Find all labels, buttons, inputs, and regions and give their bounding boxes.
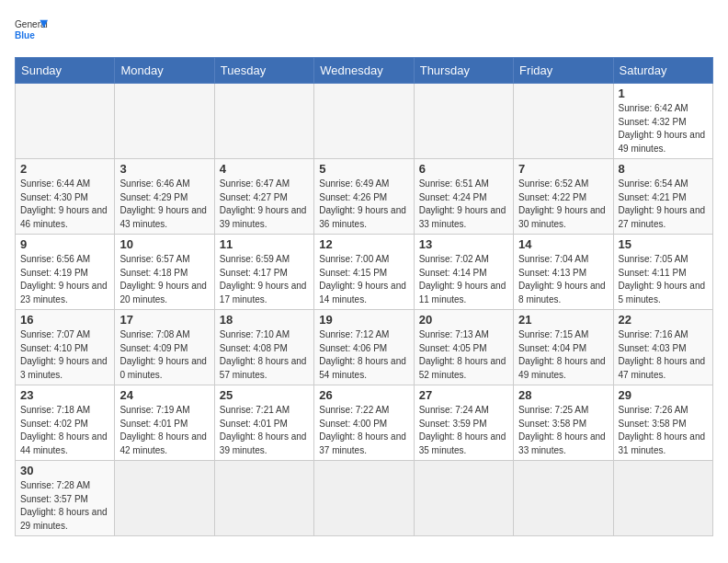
weekday-header-monday: Monday: [115, 58, 214, 84]
logo: General Blue: [15, 15, 48, 48]
calendar-cell: 4Sunrise: 6:47 AM Sunset: 4:27 PM Daylig…: [214, 159, 313, 235]
calendar-cell: [115, 84, 214, 159]
weekday-header-row: SundayMondayTuesdayWednesdayThursdayFrid…: [16, 58, 713, 84]
day-number: 12: [319, 237, 408, 251]
calendar-cell: 14Sunrise: 7:04 AM Sunset: 4:13 PM Dayli…: [514, 235, 613, 310]
week-row-5: 23Sunrise: 7:18 AM Sunset: 4:02 PM Dayli…: [16, 385, 713, 461]
day-number: 27: [419, 388, 508, 402]
calendar-cell: 19Sunrise: 7:12 AM Sunset: 4:06 PM Dayli…: [314, 310, 414, 385]
day-number: 6: [419, 162, 508, 176]
day-info: Sunrise: 7:12 AM Sunset: 4:06 PM Dayligh…: [319, 328, 408, 382]
day-info: Sunrise: 7:08 AM Sunset: 4:09 PM Dayligh…: [119, 328, 209, 382]
calendar-cell: [214, 84, 313, 159]
svg-text:Blue: Blue: [15, 30, 35, 40]
week-row-1: 1Sunrise: 6:42 AM Sunset: 4:32 PM Daylig…: [16, 84, 713, 159]
day-number: 5: [319, 162, 408, 176]
calendar-cell: 27Sunrise: 7:24 AM Sunset: 3:59 PM Dayli…: [414, 385, 513, 461]
logo-icon: General Blue: [15, 15, 48, 48]
calendar-cell: [514, 84, 613, 159]
day-info: Sunrise: 6:54 AM Sunset: 4:21 PM Dayligh…: [619, 178, 708, 231]
calendar-cell: [613, 461, 712, 536]
calendar-cell: 23Sunrise: 7:18 AM Sunset: 4:02 PM Dayli…: [16, 385, 115, 461]
weekday-header-saturday: Saturday: [613, 58, 712, 84]
calendar-cell: 12Sunrise: 7:00 AM Sunset: 4:15 PM Dayli…: [314, 235, 414, 310]
day-info: Sunrise: 6:42 AM Sunset: 4:32 PM Dayligh…: [619, 102, 708, 155]
day-info: Sunrise: 7:13 AM Sunset: 4:05 PM Dayligh…: [419, 328, 508, 382]
calendar-cell: 8Sunrise: 6:54 AM Sunset: 4:21 PM Daylig…: [613, 159, 712, 235]
calendar-cell: [314, 461, 414, 536]
weekday-header-wednesday: Wednesday: [314, 58, 414, 84]
week-row-2: 2Sunrise: 6:44 AM Sunset: 4:30 PM Daylig…: [16, 159, 713, 235]
day-number: 3: [119, 162, 209, 176]
day-info: Sunrise: 7:18 AM Sunset: 4:02 PM Dayligh…: [20, 404, 109, 457]
day-number: 7: [518, 162, 608, 176]
day-info: Sunrise: 6:51 AM Sunset: 4:24 PM Dayligh…: [419, 178, 508, 231]
calendar-cell: [214, 461, 313, 536]
calendar-cell: 1Sunrise: 6:42 AM Sunset: 4:32 PM Daylig…: [613, 84, 712, 159]
calendar-cell: 24Sunrise: 7:19 AM Sunset: 4:01 PM Dayli…: [115, 385, 214, 461]
day-number: 22: [619, 313, 708, 327]
day-number: 13: [419, 237, 508, 251]
day-info: Sunrise: 7:02 AM Sunset: 4:14 PM Dayligh…: [419, 253, 508, 306]
calendar: SundayMondayTuesdayWednesdayThursdayFrid…: [15, 57, 713, 536]
calendar-cell: 22Sunrise: 7:16 AM Sunset: 4:03 PM Dayli…: [613, 310, 712, 385]
day-number: 1: [619, 86, 708, 100]
calendar-cell: [115, 461, 214, 536]
week-row-4: 16Sunrise: 7:07 AM Sunset: 4:10 PM Dayli…: [16, 310, 713, 385]
day-number: 26: [319, 388, 408, 402]
calendar-cell: 3Sunrise: 6:46 AM Sunset: 4:29 PM Daylig…: [115, 159, 214, 235]
day-number: 15: [619, 237, 708, 251]
day-info: Sunrise: 6:57 AM Sunset: 4:18 PM Dayligh…: [119, 253, 209, 306]
day-number: 9: [20, 237, 109, 251]
calendar-cell: 26Sunrise: 7:22 AM Sunset: 4:00 PM Dayli…: [314, 385, 414, 461]
day-number: 28: [518, 388, 608, 402]
day-number: 25: [220, 388, 309, 402]
week-row-6: 30Sunrise: 7:28 AM Sunset: 3:57 PM Dayli…: [16, 461, 713, 536]
calendar-cell: 28Sunrise: 7:25 AM Sunset: 3:58 PM Dayli…: [514, 385, 613, 461]
day-number: 14: [518, 237, 608, 251]
day-info: Sunrise: 6:52 AM Sunset: 4:22 PM Dayligh…: [518, 178, 608, 231]
day-info: Sunrise: 7:19 AM Sunset: 4:01 PM Dayligh…: [119, 404, 209, 457]
day-number: 19: [319, 313, 408, 327]
day-info: Sunrise: 7:24 AM Sunset: 3:59 PM Dayligh…: [419, 404, 508, 457]
calendar-cell: 16Sunrise: 7:07 AM Sunset: 4:10 PM Dayli…: [16, 310, 115, 385]
day-number: 24: [119, 388, 209, 402]
weekday-header-friday: Friday: [514, 58, 613, 84]
calendar-cell: [514, 461, 613, 536]
day-number: 21: [518, 313, 608, 327]
day-info: Sunrise: 7:26 AM Sunset: 3:58 PM Dayligh…: [619, 404, 708, 457]
calendar-cell: 25Sunrise: 7:21 AM Sunset: 4:01 PM Dayli…: [214, 385, 313, 461]
calendar-cell: [414, 84, 513, 159]
day-info: Sunrise: 7:22 AM Sunset: 4:00 PM Dayligh…: [319, 404, 408, 457]
calendar-cell: 30Sunrise: 7:28 AM Sunset: 3:57 PM Dayli…: [16, 461, 115, 536]
day-info: Sunrise: 7:21 AM Sunset: 4:01 PM Dayligh…: [220, 404, 309, 457]
calendar-cell: 7Sunrise: 6:52 AM Sunset: 4:22 PM Daylig…: [514, 159, 613, 235]
calendar-cell: 6Sunrise: 6:51 AM Sunset: 4:24 PM Daylig…: [414, 159, 513, 235]
calendar-cell: [314, 84, 414, 159]
day-info: Sunrise: 7:15 AM Sunset: 4:04 PM Dayligh…: [518, 328, 608, 382]
day-info: Sunrise: 7:00 AM Sunset: 4:15 PM Dayligh…: [319, 253, 408, 306]
calendar-cell: 13Sunrise: 7:02 AM Sunset: 4:14 PM Dayli…: [414, 235, 513, 310]
day-info: Sunrise: 6:49 AM Sunset: 4:26 PM Dayligh…: [319, 178, 408, 231]
calendar-cell: [16, 84, 115, 159]
day-number: 10: [119, 237, 209, 251]
header: General Blue: [15, 15, 713, 48]
calendar-cell: 15Sunrise: 7:05 AM Sunset: 4:11 PM Dayli…: [613, 235, 712, 310]
day-number: 20: [419, 313, 508, 327]
day-number: 18: [220, 313, 309, 327]
calendar-cell: 29Sunrise: 7:26 AM Sunset: 3:58 PM Dayli…: [613, 385, 712, 461]
day-number: 11: [220, 237, 309, 251]
day-info: Sunrise: 7:05 AM Sunset: 4:11 PM Dayligh…: [619, 253, 708, 306]
calendar-cell: [414, 461, 513, 536]
day-info: Sunrise: 6:44 AM Sunset: 4:30 PM Dayligh…: [20, 178, 109, 231]
calendar-cell: 20Sunrise: 7:13 AM Sunset: 4:05 PM Dayli…: [414, 310, 513, 385]
day-number: 8: [619, 162, 708, 176]
day-info: Sunrise: 7:07 AM Sunset: 4:10 PM Dayligh…: [20, 328, 109, 382]
calendar-cell: 5Sunrise: 6:49 AM Sunset: 4:26 PM Daylig…: [314, 159, 414, 235]
day-number: 17: [119, 313, 209, 327]
calendar-cell: 18Sunrise: 7:10 AM Sunset: 4:08 PM Dayli…: [214, 310, 313, 385]
day-info: Sunrise: 6:47 AM Sunset: 4:27 PM Dayligh…: [220, 178, 309, 231]
day-info: Sunrise: 6:59 AM Sunset: 4:17 PM Dayligh…: [220, 253, 309, 306]
day-number: 29: [619, 388, 708, 402]
day-info: Sunrise: 7:04 AM Sunset: 4:13 PM Dayligh…: [518, 253, 608, 306]
